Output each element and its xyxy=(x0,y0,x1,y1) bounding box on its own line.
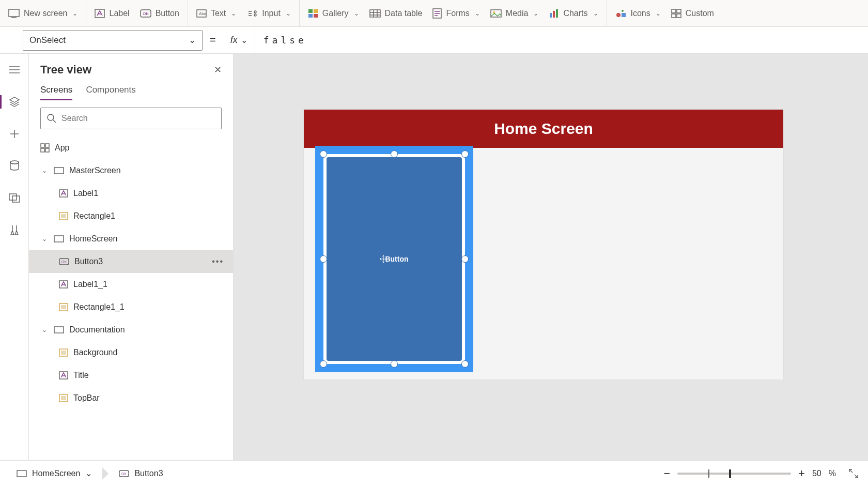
insert-icons-label: Icons xyxy=(631,9,650,18)
svg-rect-10 xyxy=(314,9,318,13)
insert-datatable-button[interactable]: Data table xyxy=(369,9,423,18)
chevron-down-icon[interactable]: ⌄ xyxy=(40,326,49,333)
tree-item-topbar[interactable]: TopBar xyxy=(29,387,233,409)
resize-handle[interactable] xyxy=(461,360,469,368)
breadcrumb-screen[interactable]: HomeScreen ⌄ xyxy=(9,468,99,478)
chevron-down-icon: ⌄ xyxy=(286,10,291,17)
canvas-button3[interactable]: Button xyxy=(327,157,462,361)
hamburger-button[interactable] xyxy=(0,61,28,79)
equals-sign: = xyxy=(210,34,216,46)
chevron-down-icon: ⌄ xyxy=(241,35,247,45)
selection-outline[interactable]: Button xyxy=(315,146,473,372)
insert-label-button[interactable]: Label xyxy=(95,9,129,18)
chevron-down-icon: ⌄ xyxy=(656,10,661,17)
tree-item-label: TopBar xyxy=(73,393,100,403)
resize-handle[interactable] xyxy=(391,150,398,158)
tree-item-label: Button3 xyxy=(74,257,103,266)
tree-item-label: Rectangle1_1 xyxy=(73,302,125,312)
resize-handle[interactable] xyxy=(461,255,469,263)
chevron-down-icon[interactable]: ⌄ xyxy=(40,235,49,242)
svg-rect-13 xyxy=(370,10,380,17)
resize-handle[interactable] xyxy=(391,360,398,368)
svg-rect-58 xyxy=(54,327,64,333)
tree-item-rectangle1-1[interactable]: Rectangle1_1 xyxy=(29,296,233,318)
breadcrumb-control[interactable]: OK Button3 xyxy=(112,469,170,478)
tab-components[interactable]: Components xyxy=(86,85,135,100)
svg-point-27 xyxy=(616,13,621,17)
insert-text-button[interactable]: Abc Text ⌄ xyxy=(196,9,236,18)
tab-screens[interactable]: Screens xyxy=(40,85,72,100)
selection-inner: Button xyxy=(323,154,465,364)
insert-media-button[interactable]: Media ⌄ xyxy=(490,9,539,18)
canvas-area[interactable]: Home Screen Button xyxy=(234,54,868,460)
more-icon[interactable]: ••• xyxy=(212,257,224,266)
chevron-down-icon: ⌄ xyxy=(231,10,236,17)
insert-gallery-button[interactable]: Gallery ⌄ xyxy=(308,9,359,18)
svg-rect-33 xyxy=(677,14,681,18)
insert-label-text: Label xyxy=(109,9,129,18)
tree-item-background[interactable]: Background xyxy=(29,341,233,364)
tree-item-label: MasterScreen xyxy=(69,166,121,175)
tree-view-rail-button[interactable] xyxy=(0,93,28,111)
tree-item-button3[interactable]: OK Button3 ••• xyxy=(29,250,233,273)
status-bar: HomeScreen ⌄ OK Button3 − + 50 % xyxy=(0,460,868,486)
svg-text:Abc: Abc xyxy=(199,11,206,16)
zoom-out-button[interactable]: − xyxy=(663,467,670,480)
chevron-down-icon: ⌄ xyxy=(189,35,196,45)
chevron-down-icon: ⌄ xyxy=(85,468,92,478)
insert-forms-button[interactable]: Forms ⌄ xyxy=(432,8,479,19)
resize-handle[interactable] xyxy=(320,255,327,263)
tree-search-box[interactable] xyxy=(40,108,222,129)
tree-item-label1[interactable]: Label1 xyxy=(29,182,233,205)
formula-input[interactable]: false xyxy=(255,35,868,45)
fullscreen-icon[interactable] xyxy=(848,468,859,479)
app-icon xyxy=(40,143,50,153)
zoom-thumb[interactable] xyxy=(729,469,731,478)
tree-view-panel: Tree view ✕ Screens Components App ⌄ Mas… xyxy=(29,54,234,460)
tree-item-label1-1[interactable]: Label1_1 xyxy=(29,273,233,296)
svg-text:OK: OK xyxy=(143,11,149,16)
tree-item-rectangle1[interactable]: Rectangle1 xyxy=(29,205,233,227)
chevron-down-icon[interactable]: ⌄ xyxy=(40,167,49,174)
tools-rail-button[interactable] xyxy=(0,221,28,239)
zoom-unit: % xyxy=(829,469,836,478)
tree-screen-documentation[interactable]: ⌄ Documentation xyxy=(29,318,233,341)
resize-handle[interactable] xyxy=(320,360,327,368)
canvas-button-label: Button xyxy=(385,255,408,263)
new-screen-button[interactable]: New screen ⌄ xyxy=(8,9,78,18)
insert-rail-button[interactable] xyxy=(0,125,28,143)
tree-list: App ⌄ MasterScreen Label1 Rectangle1 ⌄ H… xyxy=(29,136,233,409)
close-icon[interactable]: ✕ xyxy=(214,64,222,75)
insert-ribbon: New screen ⌄ Label OK Button Abc Text ⌄ … xyxy=(0,0,868,27)
svg-rect-0 xyxy=(9,9,19,17)
tree-app-node[interactable]: App xyxy=(29,136,233,159)
tree-screen-homescreen[interactable]: ⌄ HomeScreen xyxy=(29,227,233,250)
left-rail xyxy=(0,54,29,460)
tree-item-label: HomeScreen xyxy=(69,234,117,244)
search-icon xyxy=(47,114,56,123)
media-rail-button[interactable] xyxy=(0,189,28,207)
tree-item-title[interactable]: Title xyxy=(29,364,233,387)
resize-handle[interactable] xyxy=(461,150,469,158)
resize-handle[interactable] xyxy=(320,150,327,158)
svg-rect-48 xyxy=(54,168,64,174)
tree-item-label: Label1_1 xyxy=(73,280,107,289)
artboard[interactable]: Home Screen Button xyxy=(304,110,783,379)
insert-input-button[interactable]: Input ⌄ xyxy=(246,9,291,18)
data-rail-button[interactable] xyxy=(0,157,28,175)
zoom-slider[interactable] xyxy=(677,473,791,475)
fx-button[interactable]: fx ⌄ xyxy=(223,27,255,53)
svg-rect-24 xyxy=(550,13,552,18)
tree-screen-masterscreen[interactable]: ⌄ MasterScreen xyxy=(29,159,233,182)
svg-rect-60 xyxy=(61,351,66,355)
insert-custom-button[interactable]: Custom xyxy=(671,9,714,18)
svg-point-39 xyxy=(10,161,19,164)
insert-icons-button[interactable]: Icons ⌄ xyxy=(615,9,661,18)
tree-search-input[interactable] xyxy=(61,114,215,123)
tree-app-label: App xyxy=(55,143,69,153)
svg-point-23 xyxy=(493,11,495,13)
property-selector[interactable]: OnSelect ⌄ xyxy=(23,30,203,51)
insert-charts-button[interactable]: Charts ⌄ xyxy=(549,9,598,18)
insert-button-button[interactable]: OK Button xyxy=(140,9,179,18)
zoom-in-button[interactable]: + xyxy=(798,467,805,480)
